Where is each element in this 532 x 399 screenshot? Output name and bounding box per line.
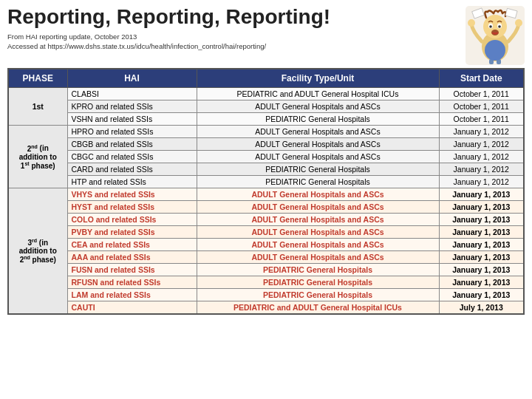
col-start-date: Start Date: [439, 69, 524, 88]
table-row: 3rd (inaddition to2nd phase)VHYS and rel…: [8, 188, 524, 201]
start-date-cell: October 1, 2011: [439, 88, 524, 100]
facility-cell: PEDIATRIC General Hospitals: [197, 264, 439, 276]
facility-cell: ADULT General Hospitals and ASCs: [197, 251, 439, 264]
hai-cell: CBGB and related SSIs: [67, 138, 197, 151]
start-date-cell: January 1, 2012: [439, 163, 524, 176]
table-row: KPRO and related SSIsADULT General Hospi…: [8, 100, 524, 113]
start-date-cell: January 1, 2012: [439, 176, 524, 188]
start-date-cell: October 1, 2011: [439, 100, 524, 113]
hai-cell: VSHN and related SSIs: [67, 113, 197, 126]
source-line1: From HAI reporting update, October 2013: [7, 33, 137, 41]
hai-cell: CBGC and related SSIs: [67, 151, 197, 163]
hai-cell: LAM and related SSIs: [67, 289, 197, 301]
facility-cell: ADULT General Hospitals and ASCs: [197, 239, 439, 251]
phase-cell: 1st: [8, 88, 67, 126]
facility-cell: PEDIATRIC and ADULT General Hospital ICU…: [197, 301, 439, 315]
table-row: CARD and related SSIsPEDIATRIC General H…: [8, 163, 524, 176]
mascot-image: [466, 6, 525, 65]
table-row: 1stCLABSIPEDIATRIC and ADULT General Hos…: [8, 88, 524, 100]
table-row: AAA and related SSIsADULT General Hospit…: [8, 251, 524, 264]
table-row: CAUTIPEDIATRIC and ADULT General Hospita…: [8, 301, 524, 315]
svg-point-14: [485, 40, 505, 61]
hai-cell: CLABSI: [67, 88, 197, 100]
start-date-cell: July 1, 2013: [439, 301, 524, 315]
facility-cell: PEDIATRIC and ADULT General Hospital ICU…: [197, 88, 439, 100]
hai-cell: HTP and related SSIs: [67, 176, 197, 188]
start-date-cell: October 1, 2011: [439, 113, 524, 126]
start-date-cell: January 1, 2013: [439, 201, 524, 214]
facility-cell: PEDIATRIC General Hospitals: [197, 276, 439, 289]
hai-cell: VHYS and related SSIs: [67, 188, 197, 201]
hai-cell: KPRO and related SSIs: [67, 100, 197, 113]
table-header-row: PHASE HAI Facility Type/Unit Start Date: [8, 69, 524, 88]
table-row: VSHN and related SSIsPEDIATRIC General H…: [8, 113, 524, 126]
table-row: HTP and related SSIsPEDIATRIC General Ho…: [8, 176, 524, 188]
hai-cell: RFUSN and related SSIs: [67, 276, 197, 289]
svg-point-6: [498, 25, 501, 28]
facility-cell: PEDIATRIC General Hospitals: [197, 289, 439, 301]
table-row: FUSN and related SSIsPEDIATRIC General H…: [8, 264, 524, 276]
start-date-cell: January 1, 2013: [439, 251, 524, 264]
table-row: CBGC and related SSIsADULT General Hospi…: [8, 151, 524, 163]
facility-cell: ADULT General Hospitals and ASCs: [197, 226, 439, 239]
hai-cell: PVBY and related SSIs: [67, 226, 197, 239]
start-date-cell: January 1, 2013: [439, 239, 524, 251]
header-area: Reporting, Reporting, Reporting! From HA…: [7, 6, 525, 65]
hai-cell: CEA and related SSIs: [67, 239, 197, 251]
table-row: LAM and related SSIsPEDIATRIC General Ho…: [8, 289, 524, 301]
start-date-cell: January 1, 2013: [439, 276, 524, 289]
svg-point-9: [515, 19, 522, 27]
source-line2: Accessed at https://www.dshs.state.tx.us…: [7, 42, 266, 50]
table-row: PVBY and related SSIsADULT General Hospi…: [8, 226, 524, 239]
hai-cell: CAUTI: [67, 301, 197, 315]
start-date-cell: January 1, 2013: [439, 214, 524, 226]
hai-cell: HYST and related SSIs: [67, 201, 197, 214]
start-date-cell: January 1, 2012: [439, 138, 524, 151]
col-hai: HAI: [67, 69, 197, 88]
table-row: CBGB and related SSIsADULT General Hospi…: [8, 138, 524, 151]
source-text: From HAI reporting update, October 2013 …: [7, 32, 460, 52]
facility-cell: PEDIATRIC General Hospitals: [197, 163, 439, 176]
facility-cell: ADULT General Hospitals and ASCs: [197, 138, 439, 151]
hai-cell: COLO and related SSIs: [67, 214, 197, 226]
start-date-cell: January 1, 2012: [439, 126, 524, 138]
facility-cell: ADULT General Hospitals and ASCs: [197, 126, 439, 138]
col-facility: Facility Type/Unit: [197, 69, 439, 88]
table-row: COLO and related SSIsADULT General Hospi…: [8, 214, 524, 226]
start-date-cell: January 1, 2012: [439, 151, 524, 163]
phase-cell: 3rd (inaddition to2nd phase): [8, 188, 67, 315]
facility-cell: PEDIATRIC General Hospitals: [197, 176, 439, 188]
table-row: HYST and related SSIsADULT General Hospi…: [8, 201, 524, 214]
start-date-cell: January 1, 2013: [439, 289, 524, 301]
col-phase: PHASE: [8, 69, 67, 88]
reporting-table: PHASE HAI Facility Type/Unit Start Date …: [7, 68, 525, 315]
facility-cell: PEDIATRIC General Hospitals: [197, 113, 439, 126]
svg-point-5: [489, 25, 492, 28]
facility-cell: ADULT General Hospitals and ASCs: [197, 188, 439, 201]
hai-cell: FUSN and related SSIs: [67, 264, 197, 276]
facility-cell: ADULT General Hospitals and ASCs: [197, 151, 439, 163]
table-row: 2nd (inaddition to1st phase)HPRO and rel…: [8, 126, 524, 138]
facility-cell: ADULT General Hospitals and ASCs: [197, 214, 439, 226]
hai-cell: HPRO and related SSIs: [67, 126, 197, 138]
mascot-svg: [466, 6, 525, 65]
phase-cell: 2nd (inaddition to1st phase): [8, 126, 67, 188]
facility-cell: ADULT General Hospitals and ASCs: [197, 100, 439, 113]
header-text: Reporting, Reporting, Reporting! From HA…: [7, 6, 460, 51]
start-date-cell: January 1, 2013: [439, 188, 524, 201]
page: Reporting, Reporting, Reporting! From HA…: [0, 0, 532, 399]
start-date-cell: January 1, 2013: [439, 264, 524, 276]
table-row: CEA and related SSIsADULT General Hospit…: [8, 239, 524, 251]
facility-cell: ADULT General Hospitals and ASCs: [197, 201, 439, 214]
svg-point-8: [468, 19, 475, 27]
hai-cell: CARD and related SSIs: [67, 163, 197, 176]
start-date-cell: January 1, 2013: [439, 226, 524, 239]
hai-cell: AAA and related SSIs: [67, 251, 197, 264]
page-title: Reporting, Reporting, Reporting!: [7, 6, 460, 29]
table-row: RFUSN and related SSIsPEDIATRIC General …: [8, 276, 524, 289]
